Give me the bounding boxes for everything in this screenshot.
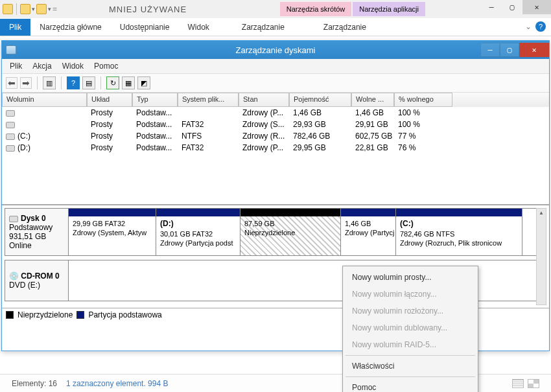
dm-menubar: Plik Akcja Widok Pomoc <box>2 59 549 73</box>
toolbar-help-button[interactable]: ? <box>67 76 80 89</box>
cdrom-label: 💿 CD-ROM 0 DVD (E:) <box>5 260 69 301</box>
menu-item: Nowy wolumin dublowany... <box>343 319 478 336</box>
maximize-button[interactable]: ▢ <box>502 0 522 14</box>
legend-unalloc: Nieprzydzielone <box>18 310 73 319</box>
ribbon-tab-file[interactable]: Plik <box>0 19 30 36</box>
menu-file[interactable]: Plik <box>10 62 22 71</box>
drive-icon <box>6 110 15 117</box>
menu-item: Nowy wolumin łączony... <box>343 286 478 303</box>
view-details-button[interactable] <box>512 379 524 388</box>
dm-maximize-button[interactable]: ▢ <box>500 43 519 57</box>
window-controls: — ▢ ✕ <box>481 0 551 14</box>
help-icon[interactable]: ? <box>535 21 546 32</box>
toolbar-button[interactable]: ▥ <box>43 76 56 89</box>
context-menu: Nowy wolumin prosty...Nowy wolumin łączo… <box>342 266 478 392</box>
volume-row[interactable]: (C:)ProstyPodstaw...NTFSZdrowy (R...782,… <box>2 130 549 142</box>
col-layout[interactable]: Układ <box>87 93 132 107</box>
partition[interactable]: (C:)782,46 GB NTFSZdrowy (Rozruch, Plik … <box>396 209 522 255</box>
col-type[interactable]: Typ <box>132 93 178 107</box>
col-state[interactable]: Stan <box>239 93 289 107</box>
dm-minimize-button[interactable]: — <box>480 43 500 57</box>
volume-row[interactable]: ProstyPodstaw...FAT32Zdrowy (S...29,93 G… <box>2 119 549 130</box>
close-button[interactable]: ✕ <box>522 0 551 14</box>
menu-separator <box>346 376 475 377</box>
dm-title: Zarządzanie dyskami <box>236 45 316 55</box>
context-tab-apps[interactable]: Narzędzia aplikacji <box>353 2 425 16</box>
chevron-down-icon[interactable]: ▾ <box>32 6 35 12</box>
view-icons-button[interactable] <box>528 379 539 388</box>
view-switcher <box>512 379 539 388</box>
volume-row[interactable]: (D:)ProstyPodstaw...FAT32Zdrowy (P...29,… <box>2 142 549 154</box>
context-tab-shortcuts[interactable]: Narzędzia skrótów <box>280 2 351 16</box>
ribbon-tab-manage2[interactable]: Zarządzanie <box>314 19 375 36</box>
ribbon-tab-manage1[interactable]: Zarządzanie <box>233 19 294 36</box>
disk-label: Dysk 0 Podstawowy 931,51 GB Online <box>5 209 69 255</box>
col-volume[interactable]: Wolumin <box>2 93 87 107</box>
gv-scrollbar[interactable] <box>536 208 546 305</box>
menu-item: Nowy wolumin RAID-5... <box>343 336 478 353</box>
drive-icon <box>6 122 15 128</box>
toolbar-button[interactable]: ◩ <box>137 76 150 89</box>
col-fs[interactable]: System plik... <box>178 93 239 107</box>
menu-help[interactable]: Pomoc <box>94 62 118 71</box>
chevron-down-icon[interactable]: ▾ <box>48 6 51 12</box>
volume-row[interactable]: ProstyPodstaw...Zdrowy (P...1,46 GB1,46 … <box>2 107 549 119</box>
col-capacity[interactable]: Pojemność <box>289 93 351 107</box>
ribbon-tab-view[interactable]: Widok <box>178 19 218 36</box>
legend-primary: Partycja podstawowa <box>88 310 161 319</box>
back-button[interactable]: ⬅ <box>6 77 18 89</box>
col-free[interactable]: Wolne ... <box>351 93 394 107</box>
drive-icon <box>6 133 15 140</box>
ribbon-tab-home[interactable]: Narzędzia główne <box>30 19 110 36</box>
menu-view[interactable]: Widok <box>62 62 84 71</box>
toolbar-button[interactable]: ▦ <box>122 76 135 89</box>
legend-swatch-primary <box>76 311 84 319</box>
legend-swatch-unalloc <box>6 311 14 319</box>
forward-button[interactable]: ➡ <box>20 77 32 89</box>
dm-titlebar[interactable]: Zarządzanie dyskami — ▢ ✕ <box>2 41 549 59</box>
toolbar-button[interactable]: ▤ <box>82 76 95 89</box>
drive-icon <box>6 145 15 152</box>
qat-folder2-icon[interactable] <box>20 4 30 14</box>
partition[interactable]: 29,99 GB FAT32Zdrowy (System, Aktyw <box>69 209 156 255</box>
minimize-button[interactable]: — <box>481 0 502 14</box>
status-count: Elementy: 16 <box>12 379 57 388</box>
partition[interactable]: (D:)30,01 GB FAT32Zdrowy (Partycja podst <box>156 209 240 255</box>
menu-item[interactable]: Pomoc <box>343 379 478 392</box>
col-pct[interactable]: % wolnego <box>394 93 452 107</box>
qat-folder-icon[interactable] <box>3 4 13 14</box>
explorer-titlebar: ▾ ▾ = MNIEJ UŻYWANE Narzędzia skrótów Na… <box>0 0 551 18</box>
dm-toolbar: ⬅ ➡ ▥ ? ▤ ↻ ▦ ◩ <box>2 73 549 93</box>
menu-action[interactable]: Akcja <box>32 62 51 71</box>
menu-separator <box>346 355 475 356</box>
ribbon: Plik Narzędzia główne Udostępnianie Wido… <box>0 18 551 36</box>
qat-folder3-icon[interactable] <box>36 4 47 14</box>
volume-header: Wolumin Układ Typ System plik... Stan Po… <box>2 93 549 107</box>
menu-item[interactable]: Właściwości <box>343 358 478 375</box>
menu-item: Nowy wolumin rozłożony... <box>343 303 478 319</box>
toolbar-refresh-button[interactable]: ↻ <box>106 76 119 89</box>
partition-unallocated[interactable]: 87,59 GBNieprzydzielone <box>240 209 341 255</box>
qat-eq-icon: = <box>53 5 57 14</box>
ribbon-expand-icon[interactable]: ⌄ <box>525 22 532 31</box>
menu-item[interactable]: Nowy wolumin prosty... <box>343 269 478 286</box>
dm-app-icon <box>6 45 16 54</box>
ribbon-tab-share[interactable]: Udostępnianie <box>111 19 179 36</box>
window-title: MNIEJ UŻYWANE <box>109 5 187 14</box>
dm-close-button[interactable]: ✕ <box>519 43 549 57</box>
volume-list[interactable]: Wolumin Układ Typ System plik... Stan Po… <box>2 93 549 205</box>
disk-row[interactable]: Dysk 0 Podstawowy 931,51 GB Online 29,99… <box>5 208 546 256</box>
partition[interactable]: 1,46 GBZdrowy (Partycj <box>341 209 396 255</box>
status-selection: 1 zaznaczony element. 994 B <box>66 379 168 388</box>
